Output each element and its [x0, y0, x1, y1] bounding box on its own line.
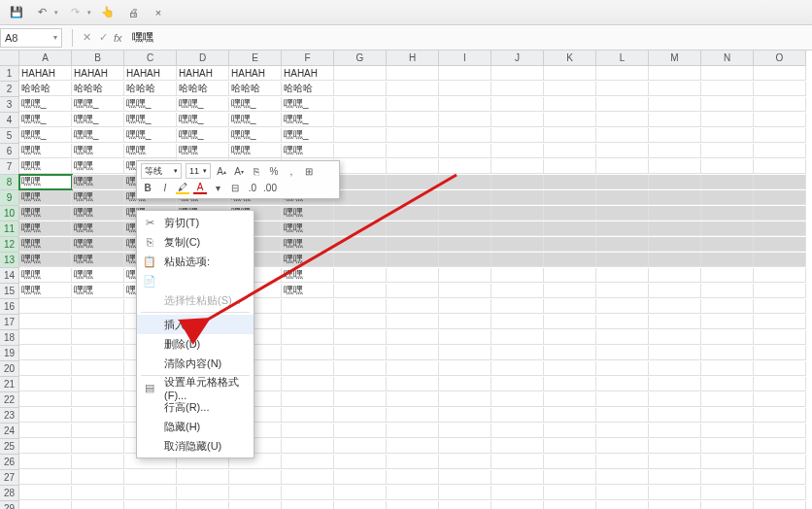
cell[interactable]: 嘿嘿_	[19, 97, 72, 112]
cell[interactable]	[72, 299, 124, 314]
cell[interactable]	[72, 424, 124, 438]
menu-paste-special[interactable]: 选择性粘贴(S)...	[137, 290, 254, 310]
decimal-inc-icon[interactable]: .0	[246, 182, 259, 195]
cell[interactable]	[491, 424, 544, 438]
fx-icon[interactable]: fx	[114, 32, 122, 44]
cell[interactable]	[544, 190, 596, 205]
cell[interactable]	[544, 206, 596, 221]
row-header[interactable]: 29	[0, 501, 19, 509]
name-box[interactable]: A8 ▾	[0, 28, 62, 48]
row-header[interactable]: 14	[0, 268, 19, 284]
cell[interactable]	[387, 439, 439, 454]
cell[interactable]	[649, 144, 701, 158]
cell[interactable]: 嘿嘿_	[229, 97, 282, 112]
cell[interactable]	[387, 128, 439, 143]
cell[interactable]: 嘿嘿_	[282, 128, 334, 143]
cell[interactable]	[701, 113, 754, 127]
cell[interactable]	[754, 346, 806, 360]
cell[interactable]	[544, 377, 596, 391]
row-header[interactable]: 10	[0, 206, 19, 221]
cell[interactable]	[544, 486, 596, 500]
cell[interactable]	[596, 221, 649, 236]
cell[interactable]	[596, 377, 649, 391]
cell[interactable]	[544, 284, 596, 298]
cell[interactable]	[701, 455, 754, 469]
cell[interactable]	[701, 392, 754, 407]
cell[interactable]: 哈哈哈	[229, 82, 282, 96]
cell[interactable]	[701, 330, 754, 345]
cell[interactable]	[72, 392, 124, 407]
border-icon[interactable]: ▾	[211, 182, 224, 195]
cell[interactable]	[544, 315, 596, 329]
touch-mode-icon[interactable]: 👆	[99, 4, 117, 21]
cell[interactable]	[596, 408, 649, 423]
cell[interactable]	[439, 299, 491, 314]
cell[interactable]	[491, 268, 544, 283]
cell[interactable]	[19, 424, 72, 438]
cell[interactable]	[754, 113, 806, 127]
cell[interactable]	[387, 486, 439, 500]
cell[interactable]	[491, 346, 544, 360]
cell[interactable]: 哈哈哈	[19, 82, 72, 96]
cell[interactable]	[124, 501, 177, 509]
cell[interactable]	[491, 486, 544, 500]
cell[interactable]	[229, 486, 282, 500]
merge-icon[interactable]: ⊟	[228, 182, 242, 195]
cell[interactable]	[19, 392, 72, 407]
cell[interactable]	[596, 392, 649, 407]
cell[interactable]	[544, 392, 596, 407]
cell[interactable]	[387, 237, 439, 252]
cell[interactable]	[491, 408, 544, 423]
cell[interactable]	[754, 66, 806, 81]
cell[interactable]	[701, 97, 754, 112]
cell[interactable]	[19, 377, 72, 391]
column-header[interactable]: J	[491, 51, 544, 66]
cell[interactable]	[596, 190, 649, 205]
column-header[interactable]: I	[439, 51, 491, 66]
select-all-corner[interactable]	[0, 51, 19, 66]
cell[interactable]	[439, 346, 491, 360]
cell[interactable]	[754, 237, 806, 252]
cell[interactable]	[544, 221, 596, 236]
cell[interactable]	[282, 361, 334, 376]
cell[interactable]	[701, 361, 754, 376]
cell[interactable]	[387, 221, 439, 236]
cell[interactable]	[544, 237, 596, 252]
cell[interactable]	[596, 253, 649, 267]
cell[interactable]	[754, 315, 806, 329]
cell[interactable]	[649, 299, 701, 314]
cell[interactable]	[387, 190, 439, 205]
cell[interactable]: 嘿嘿	[72, 268, 124, 283]
cell[interactable]	[754, 284, 806, 298]
cell[interactable]	[491, 66, 544, 81]
cell[interactable]: 嘿嘿	[19, 144, 72, 158]
cell[interactable]	[544, 159, 596, 174]
cell[interactable]	[596, 470, 649, 485]
cell[interactable]	[439, 144, 491, 158]
cell[interactable]	[596, 159, 649, 174]
cell[interactable]	[701, 128, 754, 143]
cell[interactable]	[596, 175, 649, 189]
cell[interactable]	[754, 253, 806, 267]
cell[interactable]	[754, 330, 806, 345]
cell[interactable]	[439, 237, 491, 252]
row-header[interactable]: 20	[0, 361, 19, 377]
cell[interactable]	[701, 315, 754, 329]
menu-delete[interactable]: 删除(D)	[137, 334, 254, 354]
cell[interactable]	[439, 66, 491, 81]
cell[interactable]	[387, 113, 439, 127]
cell[interactable]	[596, 206, 649, 221]
cell[interactable]: 哈哈哈	[124, 82, 177, 96]
cell[interactable]: 嘿嘿	[229, 144, 282, 158]
cell[interactable]	[387, 470, 439, 485]
cell[interactable]: 嘿嘿	[72, 253, 124, 267]
redo-dropdown-icon[interactable]: ▾	[87, 9, 91, 17]
column-header[interactable]: L	[596, 51, 649, 66]
cell[interactable]	[649, 128, 701, 143]
cell[interactable]	[387, 361, 439, 376]
cell[interactable]	[334, 439, 387, 454]
cell[interactable]: 嘿嘿_	[19, 128, 72, 143]
row-header[interactable]: 8	[0, 175, 19, 190]
cell[interactable]	[387, 144, 439, 158]
cell[interactable]	[596, 113, 649, 127]
